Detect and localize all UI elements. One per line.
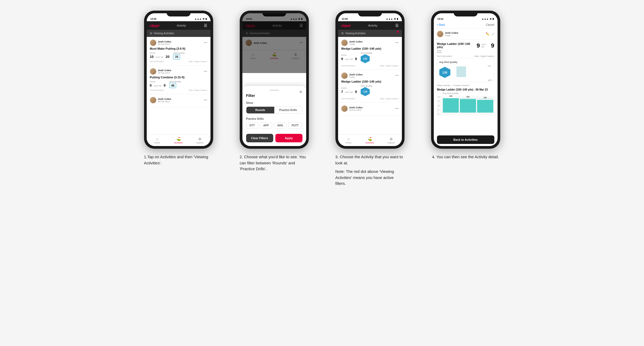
card-stats-3-1: Score 9 OUT OF 9 Shot Quality 130	[341, 52, 399, 63]
user-date-1-2: 28 Feb 2023	[158, 72, 171, 74]
viewing-bar-1[interactable]: ⊞ Viewing Activities	[147, 30, 211, 37]
back-to-activities-button-4[interactable]: Back to Activities	[437, 135, 494, 144]
avatar-3-2	[341, 72, 348, 79]
hex-badge-3-1: 130	[361, 54, 370, 63]
avg-sq-row-4: 130 130 APP APP	[439, 65, 492, 80]
more-dots-3-1[interactable]: •••	[395, 41, 399, 45]
more-dots-1-1[interactable]: •••	[204, 41, 207, 45]
nav-activities-label-1: Activities	[174, 142, 183, 144]
activity-card-1-2[interactable]: Josh Coles 28 Feb 2023 ••• Putting Combi…	[147, 66, 211, 94]
score-display-4: 9 OUT OF 9	[477, 42, 494, 49]
toggle-practice-2[interactable]: Practice Drills	[274, 107, 302, 113]
nav-home-3[interactable]: ⌂ Home	[338, 135, 359, 146]
more-dots-3-2[interactable]: •••	[395, 74, 399, 78]
nav-capture-3[interactable]: ⊕ Capture	[381, 135, 402, 146]
notch-3	[358, 11, 382, 16]
card-title-3-1: Wedge Ladder (100–140 yds)	[341, 47, 399, 50]
detail-user-row-4: Josh Coles Today ✏️ ⤢	[434, 29, 498, 40]
bars-container-4: 132 129 124	[443, 97, 493, 113]
wifi-icon-3: ⊜	[394, 18, 396, 20]
step-1-container: 13:20 ▲▲▲ ⊜ ▮ clippd Activity ☰ ⊞ View	[136, 11, 221, 166]
sq-stat-3-1: Shot Quality 130	[361, 52, 372, 63]
edit-icon-4[interactable]: ✏️	[486, 32, 490, 36]
bar-3-4: 124	[477, 100, 493, 113]
drill-filters-2: OTT APP ARG PUTT	[246, 122, 302, 129]
nav-home-label-3: Home	[346, 142, 351, 144]
svg-rect-0	[456, 66, 466, 77]
signal-icon-3: ▲▲▲	[386, 18, 393, 20]
activity-card-1-3[interactable]: Josh Coles 28 Feb 2023 •••	[147, 94, 211, 107]
card-stats-3-2: Score 7 OUT OF 9 Shot Quality 118	[341, 85, 399, 96]
back-button-4[interactable]: < Back	[437, 23, 445, 26]
hamburger-icon-1[interactable]: ☰	[204, 23, 207, 28]
status-icons-1: ▲▲▲ ⊜ ▮	[195, 18, 207, 20]
more-dots-1-3[interactable]: •••	[204, 98, 207, 102]
activity-card-3-1[interactable]: Josh Coles Today ••• Wedge Ladder (100–1…	[338, 37, 402, 70]
big-score-4: 9	[477, 42, 480, 49]
activity-card-3-2[interactable]: Josh Coles Today ••• Wedge Ladder (100–1…	[338, 70, 402, 103]
bar-chart-4: 140 120 100 80 60 132 129	[437, 96, 494, 116]
bar-2-4: 129	[460, 99, 476, 113]
app-header-title-1: Activity	[177, 24, 186, 27]
filter-icon-3: ⊞	[341, 32, 344, 35]
drill-ott-2[interactable]: OTT	[246, 122, 258, 129]
user-name-3-3: Josh Coles	[349, 106, 363, 109]
cancel-button-4[interactable]: Cancel	[486, 23, 494, 26]
app-logo-3: clippd	[341, 24, 351, 28]
nav-activities-1[interactable]: ⛳ Activities	[168, 135, 189, 146]
home-icon-1: ⌂	[156, 137, 158, 141]
more-dots-3-3[interactable]: •••	[395, 107, 399, 110]
drill-putt-2[interactable]: PUTT	[288, 122, 302, 129]
status-time-4: 13:21	[437, 18, 444, 20]
drill-arg-2[interactable]: ARG	[274, 122, 287, 129]
filter-icon-1: ⊞	[150, 32, 152, 35]
large-hex-4: 130	[439, 67, 451, 78]
card-header-3-1: Josh Coles Today •••	[341, 40, 399, 46]
step-3-container: 13:20 ▲▲▲ ⊜ ▮ clippd Activity ☰ ⊞ View	[327, 11, 413, 187]
user-name-1-1: Josh Coles	[158, 40, 171, 43]
step-2-container: 13:21 ▲▲▲ ⊜ ▮ clippd Activity ☰ ⊞ View	[232, 11, 317, 172]
detail-title-row: Wedge Ladder (100–140 yds) Score Shots 9…	[437, 42, 494, 53]
user-name-col-1-3: Josh Coles 28 Feb 2023	[158, 97, 171, 103]
filter-modal-2: ✕ Filter Show Rounds Practice Drills Pra…	[242, 86, 306, 146]
caption-3-title: 3. Choose the Activity that you want to …	[335, 154, 405, 166]
shots-label-4: Shots	[437, 52, 442, 53]
clear-filters-button-2[interactable]: Clear Filters	[246, 134, 273, 142]
screen-2: 13:21 ▲▲▲ ⊜ ▮ clippd Activity ☰ ⊞ View	[242, 13, 306, 146]
more-dots-1-2[interactable]: •••	[204, 70, 207, 73]
sq-stat-1-2: Shot Quality 45	[169, 80, 181, 88]
toggle-rounds-2[interactable]: Rounds	[246, 107, 274, 113]
caption-3-note: Note: The red dot above 'Viewing Activit…	[335, 169, 405, 187]
player-activity-4: Player Activity › Practice Session	[437, 84, 494, 87]
viewing-bar-3[interactable]: ⊞ Viewing Activities	[338, 30, 402, 37]
avg-sq-title-4: Avg Shot Quality	[439, 61, 492, 63]
card-footer-3-2: Test Information Data: Clippd Capture	[341, 97, 399, 100]
activity-card-1-1[interactable]: Josh Coles 28 Feb 2023 ••• Must Make Put…	[147, 37, 211, 66]
page-container: 13:20 ▲▲▲ ⊜ ▮ clippd Activity ☰ ⊞ View	[136, 11, 508, 187]
wifi-icon-4: ⊜	[490, 18, 492, 20]
y-axis-4: 140 120 100 80 60	[437, 96, 440, 116]
toggle-group-2: Rounds Practice Drills	[246, 106, 302, 114]
status-time-3: 13:20	[342, 18, 348, 20]
drill-app-2[interactable]: APP	[260, 122, 272, 129]
phone-2: 13:21 ▲▲▲ ⊜ ▮ clippd Activity ☰ ⊞ View	[240, 11, 309, 149]
user-name-col-3-2: Josh Coles Today	[349, 73, 363, 78]
nav-activities-3[interactable]: ⛳ Activities	[359, 135, 381, 146]
modal-close-2[interactable]: ✕	[299, 90, 302, 94]
battery-icon-3: ▮	[397, 18, 398, 20]
nav-home-1[interactable]: ⌂ Home	[147, 135, 168, 146]
screen-1: 13:20 ▲▲▲ ⊜ ▮ clippd Activity ☰ ⊞ View	[147, 13, 211, 146]
user-info-1-2: Josh Coles 28 Feb 2023	[150, 68, 171, 75]
expand-icon-4[interactable]: ⤢	[492, 32, 494, 36]
chart-top-label: 130	[488, 65, 491, 67]
user-name-col-3-1: Josh Coles Today	[349, 40, 363, 45]
hamburger-icon-3[interactable]: ☰	[395, 23, 399, 28]
sq-badge-1-2: 45	[169, 83, 176, 88]
nav-capture-1[interactable]: ⊕ Capture	[189, 135, 211, 146]
detail-user-col-4: Josh Coles Today	[445, 31, 458, 37]
score-row-4: Score Shots	[437, 50, 477, 53]
activity-card-3-3[interactable]: Josh Coles 28 Feb 2023 •••	[338, 103, 402, 116]
apply-button-2[interactable]: Apply	[275, 134, 302, 142]
phone-1: 13:20 ▲▲▲ ⊜ ▮ clippd Activity ☰ ⊞ View	[144, 11, 213, 149]
user-date-1-1: 28 Feb 2023	[158, 43, 171, 45]
